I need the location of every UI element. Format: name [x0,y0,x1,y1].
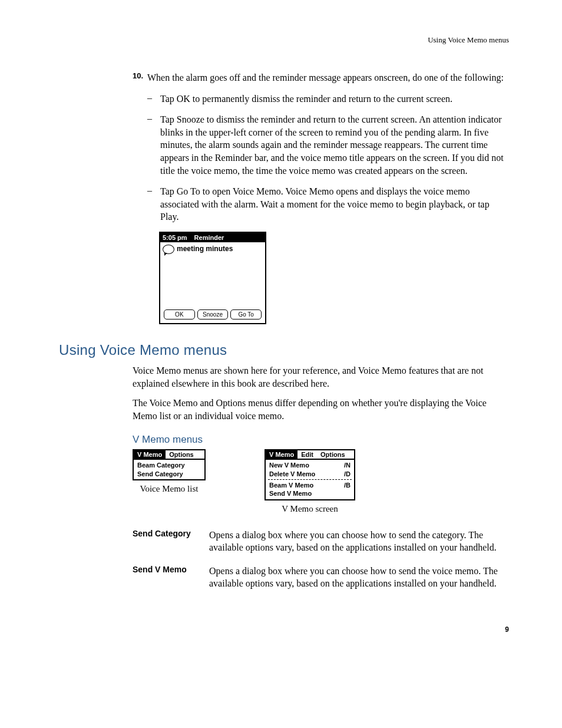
running-head: Using Voice Memo menus [59,35,509,45]
def-term: Send V Memo [133,565,209,590]
ok-button[interactable]: OK [164,309,195,319]
vmemo-screen-menu: V Memo Edit Options New V Memo /N Delete… [265,449,355,500]
menu-item-beam-vmemo[interactable]: Beam V Memo /B [266,481,354,489]
sub-heading: V Memo menus [133,434,509,446]
def-desc: Opens a dialog box where you can choose … [209,565,509,590]
reminder-time: 5:05 pm [163,234,187,241]
step-text: When the alarm goes off and the reminder… [147,71,504,84]
menu-divider [268,479,352,480]
menu-item-send-vmemo[interactable]: Send V Memo [266,489,354,498]
reminder-screenshot: 5:05 pm Reminder meeting minutes OK Snoo… [159,232,509,324]
menu-tab-edit[interactable]: Edit [297,450,317,459]
menu-caption: Voice Memo list [133,484,206,494]
snooze-button[interactable]: Snooze [197,309,229,319]
bullet-text: Tap Go To to open Voice Memo. Voice Memo… [160,185,509,223]
bullet-text: Tap OK to permanently dismiss the remind… [160,93,452,106]
bullet-dash: – [147,185,160,223]
vmemo-list-menu: V Memo Options Beam Category Send Catego… [133,449,206,480]
menu-screenshots: V Memo Options Beam Category Send Catego… [133,449,509,513]
section-heading: Using Voice Memo menus [59,342,509,358]
reminder-content-text: meeting minutes [177,245,233,253]
def-desc: Opens a dialog box where you can choose … [209,529,509,554]
speech-bubble-icon [163,245,174,254]
menu-caption: V Memo screen [265,504,355,514]
goto-button[interactable]: Go To [230,309,262,319]
menu-item-delete-vmemo[interactable]: Delete V Memo /D [266,470,354,478]
menu-item-send-category[interactable]: Send Category [134,470,204,478]
definitions-table: Send Category Opens a dialog box where y… [133,529,509,590]
def-term: Send Category [133,529,209,554]
menu-tab-options[interactable]: Options [317,450,349,459]
page-number: 9 [59,625,509,634]
section-paragraph: The Voice Memo and Options menus differ … [133,397,509,422]
menu-item-new-vmemo[interactable]: New V Memo /N [266,461,354,469]
section-paragraph: Voice Memo menus are shown here for your… [133,364,509,390]
bullet-text: Tap Snooze to dismiss the reminder and r… [160,113,509,177]
menu-tab-vmemo[interactable]: V Memo [134,450,166,459]
step-number: 10. [133,71,147,84]
reminder-title: Reminder [194,234,263,241]
bullet-dash: – [147,113,160,177]
step-block: 10. When the alarm goes off and the remi… [133,71,509,223]
menu-tab-options[interactable]: Options [166,450,197,459]
menu-item-beam-category[interactable]: Beam Category [134,461,204,469]
bullet-dash: – [147,93,160,106]
menu-tab-vmemo[interactable]: V Memo [266,450,297,459]
bullet-list: – Tap OK to permanently dismiss the remi… [147,93,509,223]
